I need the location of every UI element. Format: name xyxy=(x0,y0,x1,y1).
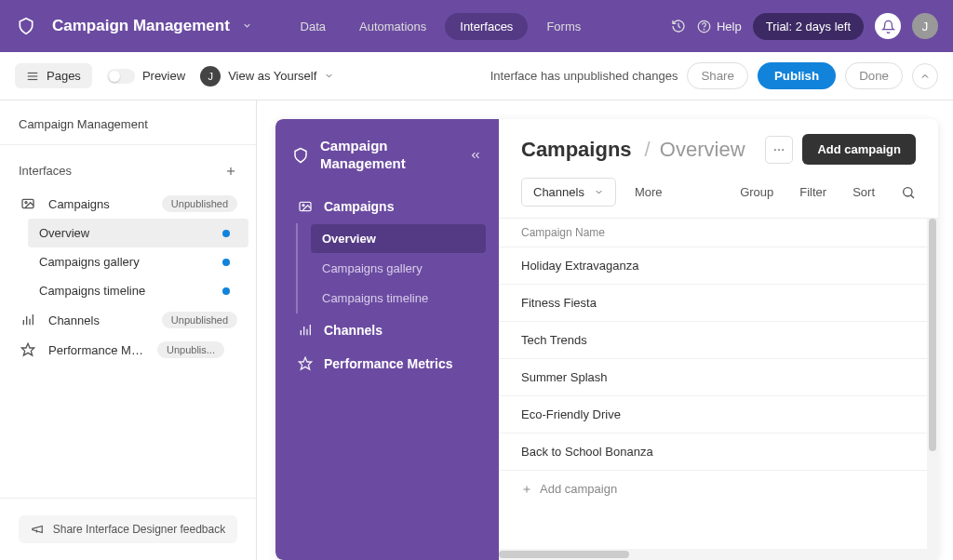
svg-point-23 xyxy=(783,149,785,151)
filter-button[interactable]: Filter xyxy=(799,185,826,199)
preview-toggle[interactable]: Preview xyxy=(107,69,185,84)
publish-button[interactable]: Publish xyxy=(758,62,836,89)
secondary-right: Interface has unpublished changes Share … xyxy=(490,62,938,89)
trial-status[interactable]: Trial: 2 days left xyxy=(753,13,864,40)
content-pane: Campaigns / Overview Add campaign Chan xyxy=(499,119,938,560)
tab-forms[interactable]: Forms xyxy=(531,13,596,40)
svg-point-22 xyxy=(779,149,781,151)
appnav-subitem-timeline[interactable]: Campaigns timeline xyxy=(311,284,486,313)
app-nav-header: Campaign Management xyxy=(289,130,486,190)
vertical-scrollbar[interactable] xyxy=(927,219,938,560)
feedback-button[interactable]: Share Interface Designer feedback xyxy=(19,515,237,543)
user-avatar[interactable]: J xyxy=(912,13,938,39)
sidebar-subitem-gallery[interactable]: Campaigns gallery xyxy=(28,247,248,276)
appnav-subitems-campaigns: Overview Campaigns gallery Campaigns tim… xyxy=(296,223,486,313)
breadcrumb-separator: / xyxy=(645,138,651,161)
sort-button[interactable]: Sort xyxy=(852,185,875,199)
chevron-down-icon xyxy=(324,71,334,81)
more-filters-button[interactable]: More xyxy=(635,185,663,199)
scrollbar-thumb[interactable] xyxy=(499,551,629,558)
view-as-button[interactable]: J View as Yourself xyxy=(200,66,334,87)
app-nav: Campaign Management Campaigns Overview C… xyxy=(275,119,499,560)
bars-icon xyxy=(298,323,313,338)
group-button[interactable]: Group xyxy=(740,185,773,199)
sidebar-subitems-campaigns: Overview Campaigns gallery Campaigns tim… xyxy=(7,219,248,305)
sidebar-subitem-overview[interactable]: Overview xyxy=(28,219,248,247)
cell-name: Summer Splash xyxy=(521,370,938,384)
unpublished-badge: Unpublished xyxy=(162,195,237,212)
table-row[interactable]: Summer SplashA summ xyxy=(499,359,938,396)
appnav-item-performance[interactable]: Performance Metrics xyxy=(289,347,486,380)
help-button[interactable]: Help xyxy=(697,20,742,33)
star-icon xyxy=(298,356,313,371)
image-icon xyxy=(298,199,313,214)
base-title[interactable]: Campaign Management xyxy=(52,17,252,35)
page-title: Campaigns xyxy=(521,138,632,162)
appnav-item-channels[interactable]: Channels xyxy=(289,313,486,347)
tab-automations[interactable]: Automations xyxy=(344,13,441,40)
sidebar-item-channels[interactable]: Channels Unpublished xyxy=(7,305,248,335)
pages-button[interactable]: Pages xyxy=(15,63,92,88)
col-header-name[interactable]: Campaign Name xyxy=(521,226,938,239)
table-row[interactable]: Holiday ExtravaganzaA fest xyxy=(499,247,938,285)
topbar-right: Help Trial: 2 days left J xyxy=(671,13,938,40)
sidebar-item-performance[interactable]: Performance Metrics Unpublis... xyxy=(7,335,248,365)
add-row-button[interactable]: Add campaign xyxy=(499,471,938,507)
table-header: Campaign Name Description xyxy=(499,219,938,247)
table-row[interactable]: Back to School BonanzaA camp xyxy=(499,433,938,471)
sidebar-title: Campaign Management xyxy=(0,100,256,145)
changed-dot-icon xyxy=(222,259,230,266)
tab-data[interactable]: Data xyxy=(286,13,341,40)
megaphone-icon xyxy=(31,523,44,536)
sidebar-subitem-timeline[interactable]: Campaigns timeline xyxy=(28,276,248,305)
image-icon xyxy=(19,196,37,211)
search-button[interactable] xyxy=(901,185,916,200)
sidebar-item-campaigns[interactable]: Campaigns Unpublished xyxy=(7,189,248,219)
appnav-item-campaigns[interactable]: Campaigns xyxy=(289,190,486,223)
more-actions-button[interactable] xyxy=(765,136,793,164)
table-row[interactable]: Eco-Friendly DriveA camp xyxy=(499,396,938,433)
svg-point-24 xyxy=(904,187,912,195)
share-button[interactable]: Share xyxy=(687,62,748,89)
canvas: Campaign Management Campaigns Overview C… xyxy=(257,100,953,560)
campaigns-table: Campaign Name Description Holiday Extrav… xyxy=(499,219,938,507)
topbar: Campaign Management Data Automations Int… xyxy=(0,0,953,52)
notifications-button[interactable] xyxy=(875,13,901,39)
unpublished-status-text: Interface has unpublished changes xyxy=(490,69,678,83)
menu-icon xyxy=(26,70,39,83)
scrollbar-thumb[interactable] xyxy=(929,219,936,451)
changed-dot-icon xyxy=(222,230,230,237)
horizontal-scrollbar[interactable] xyxy=(499,549,927,560)
table-row[interactable]: Fitness FiestaA camp xyxy=(499,285,938,322)
content-toolbar: Channels More Group Filter Sort xyxy=(499,178,938,219)
svg-point-21 xyxy=(774,149,776,151)
tab-interfaces[interactable]: Interfaces xyxy=(445,13,528,40)
chevron-up-button[interactable] xyxy=(912,63,938,89)
unpublished-badge: Unpublished xyxy=(162,312,237,328)
appnav-subitem-overview[interactable]: Overview xyxy=(311,224,486,253)
chevron-down-icon xyxy=(594,187,604,197)
collapse-nav-button[interactable] xyxy=(469,149,482,162)
channels-dropdown[interactable]: Channels xyxy=(521,178,616,207)
add-interface-button[interactable] xyxy=(224,165,237,178)
svg-point-8 xyxy=(25,202,27,204)
sidebar-section-header: Interfaces xyxy=(0,145,256,189)
pages-sidebar: Campaign Management Interfaces Campaigns… xyxy=(0,100,257,560)
cell-name: Tech Trends xyxy=(521,333,938,347)
svg-marker-13 xyxy=(21,343,34,355)
sidebar-footer: Share Interface Designer feedback xyxy=(0,498,256,560)
appnav-subitem-gallery[interactable]: Campaigns gallery xyxy=(311,254,486,283)
changed-dot-icon xyxy=(222,287,230,295)
history-icon[interactable] xyxy=(671,19,686,33)
svg-point-15 xyxy=(302,204,304,206)
app-logo-icon[interactable] xyxy=(15,15,37,37)
done-button[interactable]: Done xyxy=(845,62,903,89)
app-logo-icon xyxy=(292,147,309,164)
add-campaign-button[interactable]: Add campaign xyxy=(802,134,916,165)
sidebar-nav: Campaigns Unpublished Overview Campaigns… xyxy=(0,189,256,365)
chevron-down-icon xyxy=(242,17,252,34)
svg-line-25 xyxy=(911,194,914,197)
breadcrumb: / Overview xyxy=(641,138,745,162)
table-row[interactable]: Tech TrendsA camp xyxy=(499,322,938,359)
toggle-switch[interactable] xyxy=(107,69,135,84)
